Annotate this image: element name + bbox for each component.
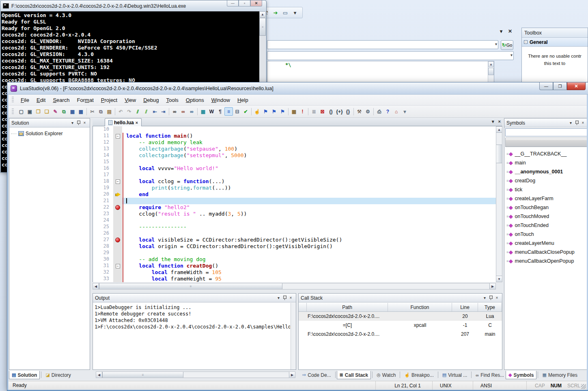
callstack-row[interactable]: F:\cocos2dx\cocos2d-2.0-x-2.0....20Lua xyxy=(299,312,502,321)
tab-solution[interactable]: ▤Solution xyxy=(9,371,40,379)
help-icon[interactable]: ? xyxy=(383,107,392,116)
undo-icon[interactable]: ↶ xyxy=(116,107,125,116)
symbol-item[interactable]: ≡◆menuCallbackOpenPopup xyxy=(504,257,588,266)
minimize-button[interactable]: — xyxy=(227,0,239,6)
copy-icon[interactable]: ⧉ xyxy=(97,107,105,116)
save-icon[interactable]: ▦ xyxy=(68,107,77,116)
gutter-marker[interactable] xyxy=(113,172,122,178)
toggle-breakpoint-icon[interactable]: ! xyxy=(298,107,307,116)
uncomment-icon[interactable]: ⫽ xyxy=(142,107,151,116)
menu-item-file[interactable]: File xyxy=(17,96,33,104)
symbols-panel-header[interactable]: Symbols ▾ × xyxy=(504,119,588,127)
gutter-marker[interactable] xyxy=(113,139,122,146)
project-settings-icon[interactable]: ⚙ xyxy=(364,107,372,116)
code-line[interactable]: 14 collectgarbage("setstepmul", 5000) xyxy=(93,152,496,159)
gutter-marker[interactable] xyxy=(113,256,122,263)
code-line[interactable]: 20 end xyxy=(93,191,496,198)
menu-item-window[interactable]: Window xyxy=(208,96,234,104)
output-panel-header[interactable]: Output ▾ × xyxy=(93,294,296,302)
fold-collapse-icon[interactable]: − xyxy=(116,264,120,268)
minimize-button[interactable]: — xyxy=(539,82,553,90)
open-file-icon[interactable]: ❐ xyxy=(34,107,43,116)
code-line[interactable]: 24 xyxy=(93,217,496,224)
code-line[interactable]: 27 local visibleSize = CCDirector:shared… xyxy=(93,237,496,243)
output-hscrollbar[interactable]: ◀ ≡ ▶ xyxy=(96,372,295,378)
callstack-col-icon[interactable] xyxy=(299,303,307,311)
fold-collapse-icon[interactable]: − xyxy=(116,179,120,184)
build-icon[interactable]: ⚒ xyxy=(355,107,364,116)
callstack-panel-header[interactable]: Call Stack ▾ × xyxy=(299,294,502,302)
pin-icon[interactable] xyxy=(574,120,580,126)
gutter-marker[interactable] xyxy=(113,126,122,133)
symbols-filter-input[interactable] xyxy=(505,128,587,136)
code-line[interactable]: 17 xyxy=(93,172,496,178)
gutter-marker[interactable] xyxy=(113,243,122,250)
code-line[interactable]: 18− local cclog = function(...) xyxy=(93,178,496,185)
gutter-marker[interactable] xyxy=(113,250,122,256)
gutter-marker[interactable] xyxy=(113,269,122,276)
find-in-files-icon[interactable]: ∞ xyxy=(187,107,196,116)
scroll-thumb[interactable] xyxy=(496,145,502,163)
callstack-row[interactable]: =[C]xpcall-1C xyxy=(299,321,502,330)
scroll-thumb[interactable] xyxy=(488,68,494,75)
editor-vscrollbar[interactable]: ▲ ▼ xyxy=(496,126,502,282)
solution-explorer-item[interactable]: Solution Explorer xyxy=(11,131,90,136)
callstack-col-type[interactable]: Type xyxy=(478,303,502,311)
close-icon[interactable]: × xyxy=(288,295,294,301)
replace-icon[interactable]: ∞ xyxy=(179,107,187,116)
solution-panel-header[interactable]: Solution ▾ × xyxy=(9,119,90,127)
vs-doc-scrollbar[interactable]: ▲ xyxy=(488,61,494,83)
symbol-item[interactable]: ≡◆creatDog xyxy=(504,176,588,185)
chevron-down-icon[interactable]: ▾ xyxy=(276,295,282,301)
callstack-col-line[interactable]: Line xyxy=(452,303,478,311)
console-window-icon[interactable]: ▭ xyxy=(281,9,289,17)
menu-item-view[interactable]: View xyxy=(121,96,140,104)
code-line[interactable]: 16 local vvvv="Hello world!" xyxy=(93,165,496,172)
go-button[interactable]: ↻ Go xyxy=(501,40,513,50)
chevron-down-icon[interactable]: ▾ xyxy=(568,120,574,126)
gutter-marker[interactable] xyxy=(113,159,122,165)
save-all-icon[interactable]: ▩ xyxy=(77,107,85,116)
delete-breakpoints-icon[interactable]: ⊠ xyxy=(318,107,327,116)
symbol-item[interactable]: ≡◆__anonymous_0001 xyxy=(504,167,588,176)
display-icon[interactable]: ▦ xyxy=(199,107,207,116)
goto-brace-icon[interactable]: {+} xyxy=(335,107,344,116)
code-line[interactable]: 28 local origin = CCDirector:sharedDirec… xyxy=(93,243,496,250)
symbol-item[interactable]: ≡◆main xyxy=(504,158,588,167)
scroll-left-icon[interactable]: ◀ xyxy=(96,372,102,378)
gutter-marker[interactable]: − xyxy=(113,263,122,269)
outdent-icon[interactable]: ⇤ xyxy=(151,107,159,116)
prev-bookmark-icon[interactable]: ⚑ xyxy=(278,107,287,116)
menu-item-options[interactable]: Options xyxy=(182,96,208,104)
scroll-right-icon[interactable]: ▶ xyxy=(289,372,295,378)
symbol-item[interactable]: ≡◆createLayerMenu xyxy=(504,239,588,248)
menu-item-project[interactable]: Project xyxy=(97,96,121,104)
dropdown-arrow-icon[interactable]: ▾ xyxy=(291,9,299,17)
breakpoint-icon[interactable] xyxy=(115,238,120,242)
symbol-item[interactable]: ≡◆createLayerFarm xyxy=(504,194,588,203)
gutter-marker[interactable] xyxy=(113,217,122,224)
gutter-marker[interactable] xyxy=(113,204,122,211)
code-line[interactable]: 26 xyxy=(93,230,496,237)
symbol-item[interactable]: ≡◆onTouchMoved xyxy=(504,212,588,221)
gutter-marker[interactable] xyxy=(113,230,122,237)
symbol-item[interactable]: ≡◆onTouchEnded xyxy=(504,221,588,230)
tab-virtual-[interactable]: ▤Virtual ... xyxy=(439,371,470,379)
scroll-left-icon[interactable]: ◀ xyxy=(93,283,99,289)
gutter-marker[interactable]: − xyxy=(113,178,122,185)
tab-breakpo-[interactable]: ☝Breakpo... xyxy=(401,371,436,379)
tab-hello-lua[interactable]: hello.lua × xyxy=(105,118,142,126)
calendar-icon[interactable]: ▦ xyxy=(290,107,298,116)
chevron-down-icon[interactable]: ▾ xyxy=(492,119,494,124)
menu-item-help[interactable]: Help xyxy=(234,96,252,104)
gutter-marker[interactable] xyxy=(113,152,122,159)
gutter-marker[interactable]: − xyxy=(113,133,122,139)
code-line[interactable]: 12 -- avoid memory leak xyxy=(93,139,496,146)
run-to-cursor-icon[interactable]: ⚑ xyxy=(261,107,270,116)
menu-item-format[interactable]: Format xyxy=(73,96,97,104)
tab-symbols[interactable]: ◆Symbols xyxy=(506,371,536,379)
toolbox-header[interactable]: Toolbox xyxy=(522,28,588,38)
open-project-icon[interactable]: ❏ xyxy=(43,107,51,116)
close-button[interactable]: ✕ xyxy=(250,0,262,6)
close-icon[interactable]: × xyxy=(580,120,586,126)
